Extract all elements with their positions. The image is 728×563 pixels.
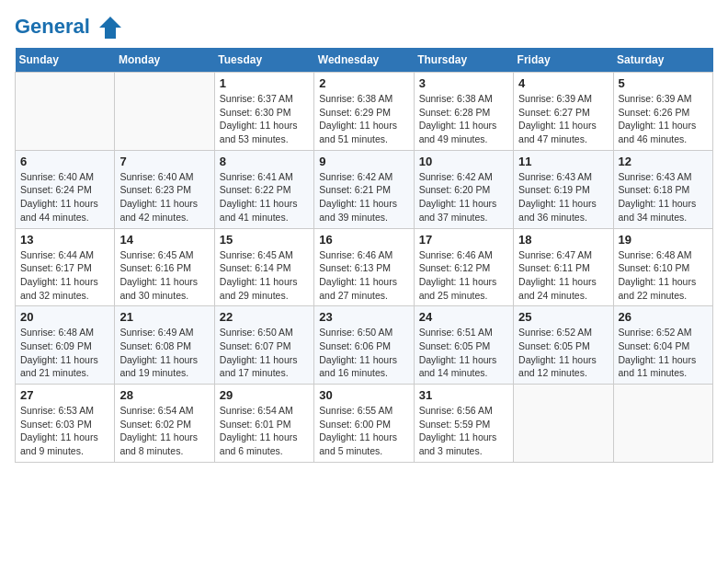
day-info: Sunrise: 6:49 AM Sunset: 6:08 PM Dayligh…	[119, 326, 209, 380]
day-info: Sunrise: 6:40 AM Sunset: 6:23 PM Dayligh…	[119, 170, 209, 224]
calendar-week-4: 20Sunrise: 6:48 AM Sunset: 6:09 PM Dayli…	[16, 306, 713, 385]
col-header-thursday: Thursday	[414, 48, 513, 73]
day-info: Sunrise: 6:44 AM Sunset: 6:17 PM Dayligh…	[20, 248, 109, 303]
day-info: Sunrise: 6:53 AM Sunset: 6:03 PM Dayligh…	[20, 404, 109, 458]
day-info: Sunrise: 6:48 AM Sunset: 6:10 PM Dayligh…	[619, 248, 708, 303]
calendar-day: 3Sunrise: 6:38 AM Sunset: 6:28 PM Daylig…	[414, 73, 513, 151]
calendar-day: 14Sunrise: 6:45 AM Sunset: 6:16 PM Dayli…	[115, 228, 214, 306]
calendar-day: 27Sunrise: 6:53 AM Sunset: 6:03 PM Dayli…	[16, 385, 115, 463]
calendar-day	[16, 73, 115, 151]
calendar-day: 2Sunrise: 6:38 AM Sunset: 6:29 PM Daylig…	[314, 73, 414, 151]
calendar-day: 28Sunrise: 6:54 AM Sunset: 6:02 PM Dayli…	[115, 385, 214, 463]
calendar-day: 30Sunrise: 6:55 AM Sunset: 6:00 PM Dayli…	[314, 385, 414, 463]
col-header-wednesday: Wednesday	[314, 48, 414, 73]
calendar-day	[514, 385, 613, 463]
calendar-header-row: SundayMondayTuesdayWednesdayThursdayFrid…	[16, 48, 713, 73]
calendar-day: 24Sunrise: 6:51 AM Sunset: 6:05 PM Dayli…	[414, 306, 513, 385]
calendar-table: SundayMondayTuesdayWednesdayThursdayFrid…	[15, 48, 713, 463]
day-info: Sunrise: 6:37 AM Sunset: 6:30 PM Dayligh…	[220, 92, 309, 146]
day-info: Sunrise: 6:38 AM Sunset: 6:28 PM Dayligh…	[419, 92, 508, 146]
day-info: Sunrise: 6:45 AM Sunset: 6:14 PM Dayligh…	[220, 248, 309, 303]
day-info: Sunrise: 6:47 AM Sunset: 6:11 PM Dayligh…	[518, 248, 608, 303]
calendar-day: 25Sunrise: 6:52 AM Sunset: 6:05 PM Dayli…	[514, 306, 613, 385]
calendar-day: 23Sunrise: 6:50 AM Sunset: 6:06 PM Dayli…	[314, 306, 414, 385]
day-number: 30	[319, 388, 408, 402]
day-number: 11	[518, 155, 608, 168]
calendar-day: 11Sunrise: 6:43 AM Sunset: 6:19 PM Dayli…	[514, 150, 613, 228]
day-number: 26	[619, 310, 708, 324]
day-info: Sunrise: 6:45 AM Sunset: 6:16 PM Dayligh…	[119, 248, 209, 303]
day-number: 8	[220, 155, 309, 168]
calendar-day: 13Sunrise: 6:44 AM Sunset: 6:17 PM Dayli…	[16, 228, 115, 306]
day-number: 17	[419, 233, 508, 247]
day-number: 1	[220, 76, 309, 90]
col-header-friday: Friday	[514, 48, 613, 73]
col-header-tuesday: Tuesday	[214, 48, 313, 73]
day-number: 2	[319, 76, 408, 90]
calendar-day: 19Sunrise: 6:48 AM Sunset: 6:10 PM Dayli…	[613, 228, 712, 306]
day-number: 13	[20, 233, 109, 247]
day-info: Sunrise: 6:54 AM Sunset: 6:02 PM Dayligh…	[119, 404, 209, 458]
day-number: 27	[20, 388, 109, 402]
day-number: 31	[419, 388, 508, 402]
day-number: 22	[220, 310, 309, 324]
calendar-day: 6Sunrise: 6:40 AM Sunset: 6:24 PM Daylig…	[16, 150, 115, 228]
calendar-day: 7Sunrise: 6:40 AM Sunset: 6:23 PM Daylig…	[115, 150, 214, 228]
calendar-day: 29Sunrise: 6:54 AM Sunset: 6:01 PM Dayli…	[214, 385, 313, 463]
day-info: Sunrise: 6:46 AM Sunset: 6:13 PM Dayligh…	[319, 248, 408, 303]
calendar-day: 17Sunrise: 6:46 AM Sunset: 6:12 PM Dayli…	[414, 228, 513, 306]
day-info: Sunrise: 6:39 AM Sunset: 6:27 PM Dayligh…	[518, 92, 608, 146]
day-info: Sunrise: 6:42 AM Sunset: 6:20 PM Dayligh…	[419, 170, 508, 224]
day-number: 10	[419, 155, 508, 168]
day-info: Sunrise: 6:52 AM Sunset: 6:05 PM Dayligh…	[518, 326, 608, 380]
calendar-week-2: 6Sunrise: 6:40 AM Sunset: 6:24 PM Daylig…	[16, 150, 713, 228]
calendar-day: 5Sunrise: 6:39 AM Sunset: 6:26 PM Daylig…	[613, 73, 712, 151]
day-number: 4	[518, 76, 608, 90]
day-number: 9	[319, 155, 408, 168]
calendar-day: 16Sunrise: 6:46 AM Sunset: 6:13 PM Dayli…	[314, 228, 414, 306]
svg-marker-0	[99, 17, 121, 39]
calendar-day: 21Sunrise: 6:49 AM Sunset: 6:08 PM Dayli…	[115, 306, 214, 385]
day-info: Sunrise: 6:41 AM Sunset: 6:22 PM Dayligh…	[220, 170, 309, 224]
calendar-day: 15Sunrise: 6:45 AM Sunset: 6:14 PM Dayli…	[214, 228, 313, 306]
day-number: 19	[619, 233, 708, 247]
calendar-day: 4Sunrise: 6:39 AM Sunset: 6:27 PM Daylig…	[514, 73, 613, 151]
calendar-day	[115, 73, 214, 151]
day-info: Sunrise: 6:50 AM Sunset: 6:06 PM Dayligh…	[319, 326, 408, 380]
logo-text: General	[15, 15, 123, 40]
logo: General	[15, 15, 123, 37]
day-number: 24	[419, 310, 508, 324]
day-number: 5	[619, 76, 708, 90]
day-info: Sunrise: 6:40 AM Sunset: 6:24 PM Dayligh…	[20, 170, 109, 224]
day-number: 23	[319, 310, 408, 324]
calendar-week-1: 1Sunrise: 6:37 AM Sunset: 6:30 PM Daylig…	[16, 73, 713, 151]
col-header-sunday: Sunday	[16, 48, 115, 73]
day-info: Sunrise: 6:54 AM Sunset: 6:01 PM Dayligh…	[220, 404, 309, 458]
day-number: 6	[20, 155, 109, 168]
day-number: 28	[119, 388, 209, 402]
day-info: Sunrise: 6:51 AM Sunset: 6:05 PM Dayligh…	[419, 326, 508, 380]
day-number: 7	[119, 155, 209, 168]
day-info: Sunrise: 6:43 AM Sunset: 6:19 PM Dayligh…	[518, 170, 608, 224]
calendar-day: 26Sunrise: 6:52 AM Sunset: 6:04 PM Dayli…	[613, 306, 712, 385]
day-number: 14	[119, 233, 209, 247]
day-number: 29	[220, 388, 309, 402]
day-number: 16	[319, 233, 408, 247]
day-info: Sunrise: 6:52 AM Sunset: 6:04 PM Dayligh…	[619, 326, 708, 380]
calendar-day: 8Sunrise: 6:41 AM Sunset: 6:22 PM Daylig…	[214, 150, 313, 228]
day-info: Sunrise: 6:55 AM Sunset: 6:00 PM Dayligh…	[319, 404, 408, 458]
col-header-saturday: Saturday	[613, 48, 712, 73]
day-number: 20	[20, 310, 109, 324]
day-info: Sunrise: 6:39 AM Sunset: 6:26 PM Dayligh…	[619, 92, 708, 146]
day-number: 18	[518, 233, 608, 247]
calendar-day: 22Sunrise: 6:50 AM Sunset: 6:07 PM Dayli…	[214, 306, 313, 385]
day-info: Sunrise: 6:50 AM Sunset: 6:07 PM Dayligh…	[220, 326, 309, 380]
day-number: 3	[419, 76, 508, 90]
day-number: 12	[619, 155, 708, 168]
day-info: Sunrise: 6:46 AM Sunset: 6:12 PM Dayligh…	[419, 248, 508, 303]
calendar-day: 1Sunrise: 6:37 AM Sunset: 6:30 PM Daylig…	[214, 73, 313, 151]
day-number: 15	[220, 233, 309, 247]
calendar-day: 10Sunrise: 6:42 AM Sunset: 6:20 PM Dayli…	[414, 150, 513, 228]
calendar-day: 31Sunrise: 6:56 AM Sunset: 5:59 PM Dayli…	[414, 385, 513, 463]
day-number: 21	[119, 310, 209, 324]
